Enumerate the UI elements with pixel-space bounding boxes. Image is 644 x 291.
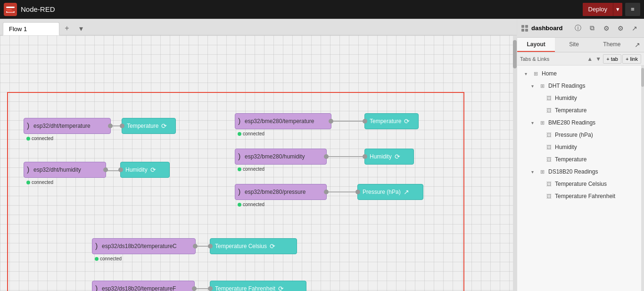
tree-label: Humidity	[555, 95, 577, 101]
sidebar-title: dashboard	[531, 25, 570, 32]
sidebar-settings-button[interactable]: ⚙	[601, 23, 612, 34]
port-right	[329, 119, 333, 124]
node-label: esp32/bme280/humidity	[245, 153, 305, 160]
sidebar-copy-button[interactable]: ⧉	[586, 23, 598, 34]
tree-item-ds-tempc[interactable]: ▾ 🖼 Temperature Celsius	[517, 178, 644, 190]
toolbar-add-tab-button[interactable]: + tab	[603, 54, 621, 64]
status-text: connected	[243, 131, 264, 136]
tree-label: Temperature Fahrenheit	[555, 193, 615, 200]
sidebar-config-button[interactable]: ⚙	[615, 23, 626, 34]
tree-item-ds-tempf[interactable]: ▾ 🖼 Temperature Fahrenheit	[517, 190, 644, 202]
grid-icon: ⊞	[538, 82, 546, 90]
node-label: Humidity	[125, 166, 148, 173]
node-status: connected	[238, 166, 264, 172]
topbar: Node-RED Deploy ▾ ≡	[0, 0, 644, 19]
node-label: Temperature Fahrenheit	[215, 285, 275, 291]
tree-label: Home	[542, 70, 557, 77]
node-ui-temp-dht[interactable]: Temperature	[122, 118, 176, 134]
port-right	[193, 244, 198, 249]
image-icon: 🖼	[545, 155, 553, 164]
deploy-button[interactable]: Deploy ▾	[583, 3, 622, 16]
port-right	[192, 286, 197, 291]
toolbar-add-link-button[interactable]: + link	[622, 54, 641, 64]
tab-theme[interactable]: Theme	[593, 38, 631, 52]
hamburger-menu-button[interactable]: ≡	[625, 3, 640, 16]
tab-layout[interactable]: Layout	[517, 38, 555, 52]
node-mqtt-bme-pressure[interactable]: esp32/bme280/pressure connected	[235, 184, 327, 200]
image-icon: 🖼	[545, 192, 553, 200]
grid-icon: ⊞	[538, 118, 546, 127]
status-text: connected	[32, 180, 53, 185]
node-mqtt-dht-humidity[interactable]: esp32/dht/humidity connected	[24, 162, 106, 178]
tab-flow1[interactable]: Flow 1	[3, 22, 59, 35]
port-left	[120, 124, 124, 128]
port-right	[108, 124, 113, 128]
tree-item-dht-humidity[interactable]: ▾ 🖼 Humidity	[517, 92, 644, 104]
node-label: esp32/dht/humidity	[33, 166, 81, 173]
tab-more-button[interactable]: ▾	[74, 22, 88, 35]
node-mqtt-ds-tempf[interactable]: esp32/ds18b20/temperatureF connected	[92, 281, 195, 291]
port-left	[363, 119, 367, 124]
sidebar-external-button[interactable]: ↗	[629, 23, 640, 34]
flow-canvas[interactable]: esp32/dht/temperature connected Temperat…	[0, 35, 517, 291]
chevron-icon: ▾	[531, 120, 538, 125]
node-ui-humidity-dht[interactable]: Humidity	[120, 162, 170, 178]
chevron-icon: ▾	[531, 169, 538, 175]
node-ui-tempf-ds[interactable]: Temperature Fahrenheit	[210, 281, 306, 291]
tree-item-bme-readings[interactable]: ▾ ⊞ BME280 Readings	[517, 116, 644, 129]
node-mqtt-bme-temp[interactable]: esp32/bme280/temperature connected	[235, 113, 331, 129]
node-label: Temperature	[127, 123, 158, 129]
status-text: connected	[100, 256, 122, 261]
tree-item-bme-pressure[interactable]: ▾ 🖼 Pressure (hPa)	[517, 129, 644, 141]
sidebar-info-button[interactable]: ⓘ	[572, 23, 584, 34]
svg-rect-5	[521, 29, 524, 32]
node-label: esp32/ds18b20/temperatureC	[102, 243, 177, 249]
node-ui-humidity-bme[interactable]: Humidity	[364, 149, 414, 165]
canvas-scrollbar[interactable]	[513, 35, 517, 291]
deploy-label[interactable]: Deploy	[583, 3, 613, 16]
node-ui-pressure-bme[interactable]: Pressure (hPa)	[357, 184, 423, 200]
tree-label: Humidity	[555, 144, 577, 150]
sidebar-scrollbar-thumb[interactable]	[641, 68, 644, 87]
deploy-dropdown-arrow[interactable]: ▾	[613, 3, 622, 16]
node-ui-temp-bme[interactable]: Temperature	[364, 113, 419, 129]
port-right	[324, 154, 329, 159]
node-ui-tempc-ds[interactable]: Temperature Celsius	[210, 238, 297, 254]
chevron-icon: ▾	[525, 71, 531, 76]
node-label: Humidity	[370, 153, 392, 160]
svg-rect-6	[525, 29, 528, 32]
tree-item-home[interactable]: ▾ ⊞ Home	[517, 67, 644, 80]
image-icon: 🖼	[545, 94, 553, 102]
port-left	[208, 244, 213, 249]
canvas-scrollbar-thumb[interactable]	[513, 40, 517, 68]
status-dot	[238, 167, 241, 171]
node-mqtt-bme-humidity[interactable]: esp32/bme280/humidity connected	[235, 149, 327, 165]
tab-add-button[interactable]: +	[60, 22, 74, 35]
tree-item-dht-readings[interactable]: ▾ ⊞ DHT Readings	[517, 80, 644, 92]
main-layout: Flow 1 + ▾	[0, 19, 644, 291]
image-icon: 🖼	[545, 143, 553, 151]
status-text: connected	[243, 166, 264, 172]
node-label: esp32/ds18b20/temperatureF	[102, 285, 176, 291]
node-status: connected	[95, 256, 122, 261]
node-mqtt-dht-temp[interactable]: esp32/dht/temperature connected	[24, 118, 111, 134]
tree-item-dht-temperature[interactable]: ▾ 🖼 Temperature	[517, 104, 644, 116]
node-status: connected	[26, 180, 53, 185]
chevron-icon: ▾	[531, 83, 538, 89]
tab-site[interactable]: Site	[555, 38, 593, 52]
node-mqtt-ds-tempc[interactable]: esp32/ds18b20/temperatureC connected	[92, 238, 196, 254]
tree-item-bme-temperature[interactable]: ▾ 🖼 Temperature	[517, 153, 644, 166]
sidebar-external-link[interactable]: ↗	[631, 38, 644, 52]
node-status: connected	[238, 131, 264, 136]
port-right	[103, 167, 108, 172]
status-text: connected	[32, 136, 53, 141]
status-dot	[238, 203, 241, 207]
sidebar-scroll-container: ▾ ⊞ Home ▾ ⊞ DHT Readings ▾ 🖼 Humidity	[517, 66, 644, 291]
tree-item-ds-readings[interactable]: ▾ ⊞ DS18B20 Readings	[517, 166, 644, 178]
tree-label: Temperature Celsius	[555, 181, 607, 187]
tree-label: Temperature	[555, 107, 586, 114]
toolbar-down-arrow[interactable]: ▼	[594, 55, 602, 63]
tree-item-bme-humidity[interactable]: ▾ 🖼 Humidity	[517, 141, 644, 153]
status-dot	[26, 137, 30, 141]
toolbar-up-arrow[interactable]: ▲	[586, 55, 594, 63]
